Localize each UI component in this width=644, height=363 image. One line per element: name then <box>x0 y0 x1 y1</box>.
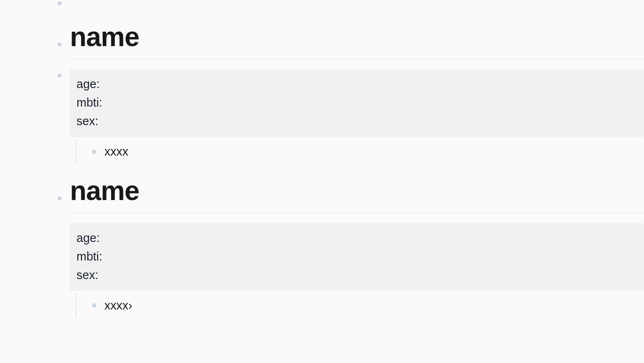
note-list: xxxx <box>89 140 644 164</box>
fields-codeblock[interactable]: age: mbti: sex: <box>70 223 644 291</box>
note-wrap: xxxx <box>76 140 644 164</box>
note-item[interactable]: xxxx› <box>89 297 644 315</box>
section-heading[interactable]: name <box>70 175 644 213</box>
note-text[interactable]: xxxx› <box>104 299 132 312</box>
section-heading[interactable]: name <box>70 21 644 59</box>
section-fields-item[interactable]: age: mbti: sex: xxxx› <box>53 223 644 318</box>
empty-bullet[interactable] <box>53 0 644 8</box>
fields-codeblock[interactable]: age: mbti: sex: <box>70 69 644 137</box>
document-outline: name age: mbti: sex: xxxx name age: mbti… <box>53 0 644 318</box>
note-wrap: xxxx› <box>76 293 644 318</box>
note-list: xxxx› <box>89 293 644 318</box>
section-heading-item[interactable]: name <box>53 175 644 213</box>
section-fields-item[interactable]: age: mbti: sex: xxxx <box>53 69 644 164</box>
note-text[interactable]: xxxx <box>104 145 128 158</box>
note-item[interactable]: xxxx <box>89 143 644 161</box>
section-heading-item[interactable]: name <box>53 21 644 59</box>
